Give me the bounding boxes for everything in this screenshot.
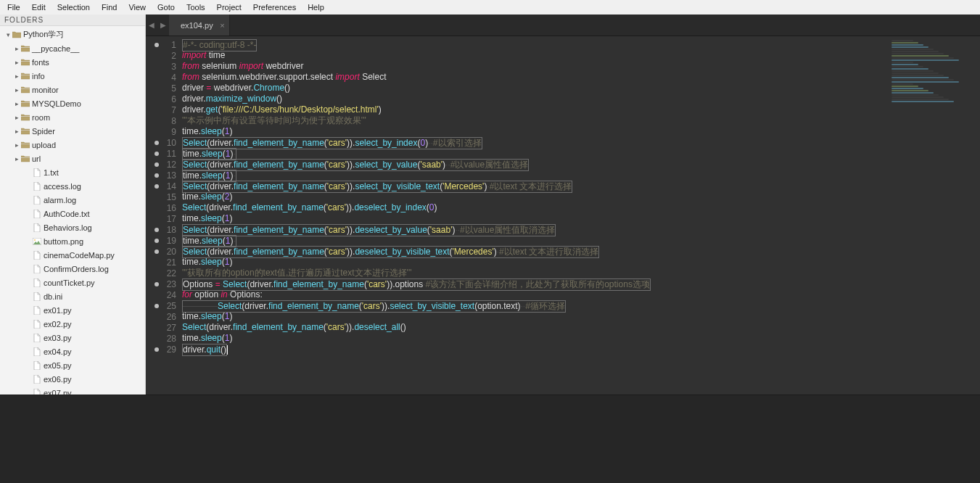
code-line[interactable]: driver.maximize_window() xyxy=(181,94,980,104)
line-number: 12 xyxy=(167,160,176,170)
code-line[interactable]: Select(driver.find_element_by_name('cars… xyxy=(181,224,980,235)
tree-folder[interactable]: ▸__pycache__ xyxy=(1,41,145,55)
tree-folder[interactable]: ▸fonts xyxy=(1,55,145,69)
tree-file[interactable]: countTicket.py xyxy=(1,276,145,289)
code-line[interactable]: Select(driver.find_element_by_name('cars… xyxy=(181,181,980,191)
file-icon xyxy=(32,334,42,342)
tree-item-label: info xyxy=(32,72,45,80)
gutter-line: 14 xyxy=(146,181,181,191)
code-line[interactable]: time.sleep(1) xyxy=(181,257,980,268)
file-icon xyxy=(32,278,42,287)
tree-file[interactable]: ex03.py xyxy=(1,331,145,344)
tree-folder[interactable]: ▸monitor xyxy=(1,83,145,96)
modified-dot-icon xyxy=(155,239,159,243)
gutter-line: 16 xyxy=(146,202,181,213)
gutter-line: 7 xyxy=(146,104,181,115)
tree-file[interactable]: access.log xyxy=(1,179,145,193)
tree-folder[interactable]: ▸MYSQLDemo xyxy=(1,96,145,110)
gutter: 1234567891011121314151617181920212223242… xyxy=(146,36,181,395)
line-number: 23 xyxy=(167,279,176,289)
gutter-line: 3 xyxy=(146,61,181,72)
code-line[interactable]: time.sleep(1) xyxy=(181,213,980,224)
tree-file[interactable]: Behaviors.log xyxy=(1,220,145,234)
disclosure-arrow-icon: ▸ xyxy=(13,73,20,80)
tree-file[interactable]: ConfirmOrders.log xyxy=(1,262,145,276)
tree-file[interactable]: 1.txt xyxy=(1,165,145,179)
modified-dot-icon xyxy=(155,162,159,167)
code-line[interactable]: driver.get('file:///C:/Users/hunk/Deskto… xyxy=(181,104,980,115)
tree-file[interactable]: ex01.py xyxy=(1,303,145,317)
file-icon xyxy=(32,292,42,301)
code-line[interactable]: time.sleep(1)· xyxy=(181,148,980,159)
line-number: 4 xyxy=(171,73,176,83)
line-number: 7 xyxy=(171,105,176,115)
tree-item-label: ex05.py xyxy=(44,361,72,370)
code-line[interactable]: Select(driver.find_element_by_name('cars… xyxy=(181,322,980,333)
tree-item-label: ex02.py xyxy=(44,320,72,329)
menu-edit[interactable]: Edit xyxy=(26,0,52,15)
code-line[interactable]: time.sleep(1)· xyxy=(181,170,980,181)
menu-project[interactable]: Project xyxy=(211,0,247,15)
tree-item-label: upload xyxy=(32,141,56,149)
code-line[interactable]: Options·=·Select(driver.find_element_by_… xyxy=(181,278,980,289)
line-number: 19 xyxy=(167,236,176,246)
gutter-line: 29 xyxy=(146,344,181,355)
tab-nav-back-icon[interactable]: ◀ xyxy=(146,15,157,36)
code-area[interactable]: #-*- coding:utf-8 -*-import·timefrom·sel… xyxy=(181,36,980,395)
tree-folder[interactable]: ▸room xyxy=(1,110,145,124)
tree-file[interactable]: ex04.py xyxy=(1,344,145,358)
menu-help[interactable]: Help xyxy=(302,0,330,15)
menu-goto[interactable]: Goto xyxy=(152,0,181,15)
tree-folder[interactable]: ▸url xyxy=(1,152,145,165)
code-line[interactable]: '''本示例中所有设置等待时间均为便于观察效果''' xyxy=(181,115,980,126)
code-line[interactable]: '''获取所有的option的text值,进行遍历通过text文本进行选择''' xyxy=(181,268,980,278)
code-line[interactable]: Select(driver.find_element_by_name('cars… xyxy=(181,137,980,148)
code-line[interactable]: time.sleep(1) xyxy=(181,311,980,322)
modified-dot-icon xyxy=(155,173,159,178)
code-viewport[interactable]: 1234567891011121314151617181920212223242… xyxy=(146,36,980,395)
menu-preferences[interactable]: Preferences xyxy=(247,0,302,15)
tree-file[interactable]: alarm.log xyxy=(1,193,145,207)
tab-active[interactable]: ex104.py × xyxy=(169,15,230,36)
tree-item-label: Behaviors.log xyxy=(44,223,92,232)
code-line[interactable]: Select(driver.find_element_by_name('cars… xyxy=(181,202,980,213)
modified-dot-icon xyxy=(155,43,159,47)
tree-folder[interactable]: ▸upload xyxy=(1,138,145,152)
menu-tools[interactable]: Tools xyxy=(181,0,211,15)
tab-nav-fwd-icon[interactable]: ▶ xyxy=(157,15,169,36)
code-line[interactable]: for·option·in·Options: xyxy=(181,289,980,300)
tree-item-label: AuthCode.txt xyxy=(44,210,90,218)
code-line[interactable]: driver.quit() xyxy=(181,344,980,355)
disclosure-arrow-icon: ▸ xyxy=(13,114,20,121)
tree-file[interactable]: ex06.py xyxy=(1,372,145,386)
tab-close-icon[interactable]: × xyxy=(220,21,224,30)
tree-file[interactable]: ex05.py xyxy=(1,358,145,372)
tree-root[interactable]: ▾Python学习 xyxy=(1,28,145,41)
menu-view[interactable]: View xyxy=(123,0,152,15)
menu-file[interactable]: File xyxy=(1,0,26,15)
code-line[interactable]: ————Select(driver.find_element_by_name('… xyxy=(181,300,980,311)
code-line[interactable]: time.sleep(2) xyxy=(181,191,980,202)
code-line[interactable]: from·selenium.webdriver.support.select·i… xyxy=(181,72,980,83)
tree-file[interactable]: buttom.png xyxy=(1,234,145,248)
code-line[interactable]: Select(driver.find_element_by_name('cars… xyxy=(181,246,980,257)
menu-selection[interactable]: Selection xyxy=(52,0,96,15)
tree-file[interactable]: ex02.py xyxy=(1,317,145,331)
tree-folder[interactable]: ▸info xyxy=(1,69,145,83)
tree-file[interactable]: AuthCode.txt xyxy=(1,207,145,220)
gutter-line: 17 xyxy=(146,213,181,224)
tree-file[interactable]: ex07.py xyxy=(1,386,145,395)
tree-file[interactable]: cinemaCodeMap.py xyxy=(1,248,145,262)
menu-find[interactable]: Find xyxy=(96,0,123,15)
code-line[interactable]: #-*- coding:utf-8 -*- xyxy=(181,39,980,50)
code-line[interactable]: import·time xyxy=(181,50,980,61)
code-line[interactable]: time.sleep(1) xyxy=(181,126,980,137)
tree-item-label: ex01.py xyxy=(44,306,72,315)
code-line[interactable]: time.sleep(1)· xyxy=(181,235,980,246)
code-line[interactable]: driver·=·webdriver.Chrome() xyxy=(181,83,980,94)
tree-file[interactable]: db.ini xyxy=(1,289,145,303)
code-line[interactable]: from·selenium·import·webdriver xyxy=(181,61,980,72)
code-line[interactable]: Select(driver.find_element_by_name('cars… xyxy=(181,159,980,170)
tree-folder[interactable]: ▸Spider xyxy=(1,124,145,138)
code-line[interactable]: time.sleep(1) xyxy=(181,333,980,344)
